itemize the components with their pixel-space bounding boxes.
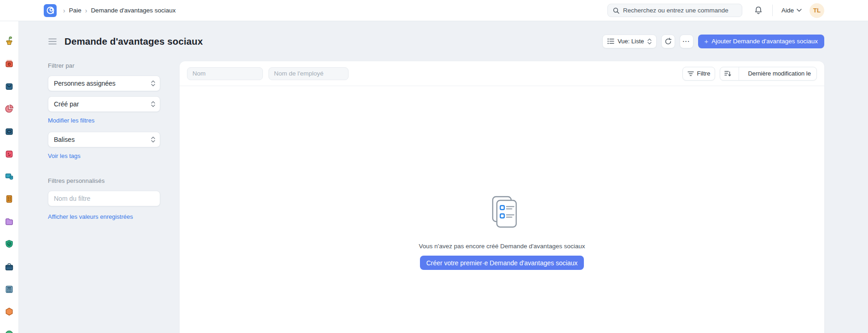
avatar-initials: TL <box>813 7 821 14</box>
select-chevrons-icon <box>151 80 155 87</box>
building-icon[interactable] <box>4 194 14 204</box>
assigned-to-select[interactable]: Personnes assignées <box>48 76 160 91</box>
breadcrumb: › Paie › Demande d'avantages sociaux <box>63 7 176 14</box>
pie-chart-icon[interactable] <box>4 104 14 114</box>
show-saved-values-link[interactable]: Afficher les valeurs enregistrées <box>48 213 133 220</box>
global-search-input[interactable]: Recherchez ou entrez une commande <box>607 4 742 17</box>
shopping-bag-icon[interactable] <box>4 81 14 91</box>
select-chevrons-icon <box>647 38 652 45</box>
sort-descending-icon <box>724 70 731 77</box>
breadcrumb-section[interactable]: Paie <box>69 7 82 14</box>
empty-state: Vous n'avez pas encore créé Demande d'av… <box>180 196 824 270</box>
plus-icon: + <box>705 37 709 45</box>
storage-box-icon[interactable] <box>4 126 14 136</box>
hexagon-icon[interactable] <box>4 307 14 317</box>
filter-by-label: Filtrer par <box>48 62 180 69</box>
briefcase-icon[interactable] <box>4 262 14 272</box>
help-menu-button[interactable]: Aide <box>781 7 802 14</box>
hamburger-icon <box>48 38 57 45</box>
navbar-divider <box>772 5 773 16</box>
edit-filters-link[interactable]: Modifier les filtres <box>48 117 94 124</box>
top-navbar: › Paie › Demande d'avantages sociaux Rec… <box>0 0 868 21</box>
select-chevrons-icon <box>151 136 155 143</box>
more-options-button[interactable]: ··· <box>680 35 693 48</box>
camera-icon[interactable] <box>4 58 14 69</box>
create-button-label: Créer votre premier·e Demande d'avantage… <box>426 259 578 267</box>
sort-field-label: Dernière modification le <box>742 70 816 77</box>
view-switcher-label: Vue: Liste <box>618 38 644 45</box>
created-by-value: Créé par <box>54 100 79 108</box>
search-icon <box>613 7 619 14</box>
help-label: Aide <box>781 7 794 14</box>
view-tags-link[interactable]: Voir les tags <box>48 152 81 159</box>
list-view-icon <box>607 38 614 44</box>
saved-filters-label: Filtres personnalisés <box>48 177 180 184</box>
page-title: Demande d'avantages sociaux <box>64 36 203 47</box>
filter-icon <box>687 71 694 76</box>
view-switcher-button[interactable]: Vue: Liste <box>602 35 656 48</box>
employee-name-filter-input[interactable] <box>268 67 349 80</box>
folder-icon[interactable] <box>4 216 14 227</box>
create-first-document-button[interactable]: Créer votre premier·e Demande d'avantage… <box>420 256 584 270</box>
assigned-to-value: Personnes assignées <box>54 80 116 87</box>
notifications-button[interactable] <box>754 6 763 15</box>
page-header: Demande d'avantages sociaux Vue: Liste <box>44 21 824 61</box>
logo-swirl-icon <box>45 6 55 16</box>
refresh-button[interactable] <box>661 35 675 48</box>
laptop-data-icon[interactable] <box>4 171 14 181</box>
shield-check-icon[interactable] <box>4 239 14 249</box>
search-placeholder: Recherchez ou entrez une commande <box>623 7 728 14</box>
list-view-card: Filtre Dernière modification le <box>180 61 824 333</box>
sidebar-toggle-button[interactable] <box>48 38 57 45</box>
add-button-label: Ajouter Demande d'avantages sociaux <box>711 38 818 45</box>
app-logo[interactable] <box>44 4 57 17</box>
empty-list-icon <box>483 196 521 233</box>
empty-state-message: Vous n'avez pas encore créé Demande d'av… <box>419 243 585 250</box>
ellipsis-icon: ··· <box>683 38 690 45</box>
refresh-icon <box>664 38 672 45</box>
name-filter-input[interactable] <box>187 67 263 80</box>
created-by-select[interactable]: Créé par <box>48 96 160 112</box>
id-badge-icon[interactable] <box>4 149 14 159</box>
add-document-button[interactable]: + Ajouter Demande d'avantages sociaux <box>698 35 825 48</box>
sort-button-divider <box>739 67 739 80</box>
filter-button-label: Filtre <box>697 70 711 77</box>
workspace-icon-rail <box>0 21 19 333</box>
tags-value: Balises <box>54 136 75 143</box>
circle-icon[interactable] <box>4 329 14 333</box>
sort-button[interactable]: Dernière modification le <box>720 67 817 81</box>
filter-name-input[interactable] <box>48 191 160 206</box>
chevron-down-icon <box>797 9 802 12</box>
breadcrumb-separator: › <box>63 7 65 14</box>
list-filter-row: Filtre Dernière modification le <box>180 61 824 86</box>
tags-select[interactable]: Balises <box>48 132 160 147</box>
breadcrumb-separator: › <box>85 7 87 14</box>
filter-button[interactable]: Filtre <box>682 67 716 81</box>
sort-direction-toggle[interactable] <box>720 70 735 77</box>
potted-plant-icon[interactable] <box>4 36 14 46</box>
bell-icon <box>754 6 763 15</box>
select-chevrons-icon <box>151 101 155 107</box>
filter-sidebar: Filtrer par Personnes assignées Créé par… <box>44 61 180 220</box>
breadcrumb-current: Demande d'avantages sociaux <box>91 7 175 14</box>
user-avatar[interactable]: TL <box>810 3 824 18</box>
calculator-icon[interactable] <box>4 284 14 294</box>
